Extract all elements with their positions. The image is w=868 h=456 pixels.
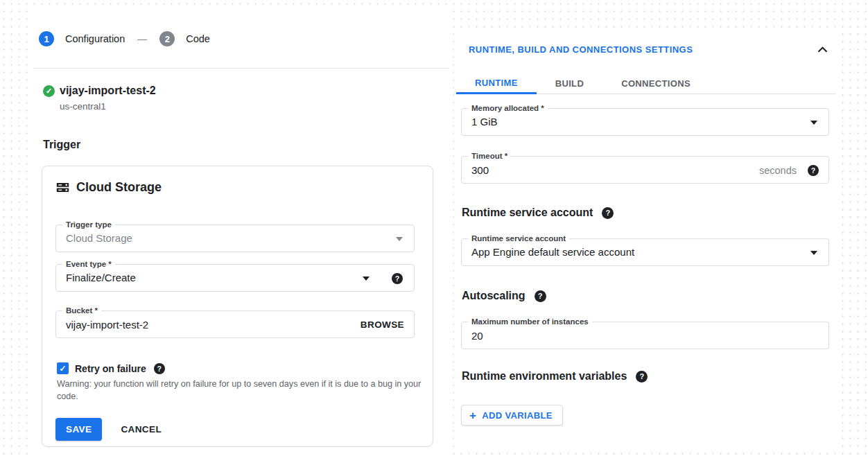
step-2-label[interactable]: Code — [186, 33, 210, 44]
timeout-unit: seconds — [759, 157, 797, 184]
env-vars-help-icon[interactable]: ? — [636, 371, 648, 383]
autoscaling-heading-row: Autoscaling ? — [462, 290, 546, 302]
cloud-storage-icon — [55, 180, 70, 195]
step-separator: — — [137, 33, 147, 44]
service-account-heading-row: Runtime service account ? — [462, 207, 614, 219]
function-region: us-central1 — [60, 101, 106, 112]
service-account-select[interactable]: Runtime service account App Engine defau… — [461, 238, 829, 266]
max-instances-field: Maximum number of instances — [461, 322, 829, 349]
autoscaling-heading: Autoscaling — [462, 290, 526, 302]
tab-connections[interactable]: CONNECTIONS — [602, 73, 709, 94]
autoscaling-help-icon[interactable]: ? — [535, 290, 546, 302]
retry-checkbox[interactable]: ✓ — [57, 362, 69, 374]
add-variable-button[interactable]: + ADD VARIABLE — [461, 405, 563, 426]
bucket-label: Bucket * — [62, 306, 101, 316]
event-type-label: Event type * — [62, 259, 115, 270]
page: { "stepper": { "step1": { "number": "1",… — [0, 0, 868, 456]
timeout-field: Timeout * seconds ? — [461, 156, 829, 184]
tab-runtime[interactable]: RUNTIME — [456, 73, 537, 94]
timeout-label: Timeout * — [468, 151, 511, 161]
step-1-label[interactable]: Configuration — [65, 33, 125, 44]
function-name: vijay-import-test-2 — [60, 85, 156, 97]
bucket-field: Bucket * BROWSE — [55, 310, 415, 338]
settings-tabs: RUNTIME BUILD CONNECTIONS — [456, 73, 709, 94]
dropdown-arrow-icon — [810, 121, 817, 125]
retry-label: Retry on failure — [75, 363, 146, 374]
settings-expander-header[interactable]: RUNTIME, BUILD AND CONNECTIONS SETTINGS — [469, 44, 828, 55]
dropdown-arrow-icon — [363, 277, 370, 281]
trigger-type-select: Trigger type Cloud Storage — [55, 225, 415, 252]
step-2-badge[interactable]: 2 — [159, 31, 175, 46]
env-vars-heading: Runtime environment variables — [462, 370, 627, 383]
step-1-badge[interactable]: 1 — [39, 31, 54, 46]
save-button[interactable]: SAVE — [55, 418, 102, 441]
trigger-card: Cloud Storage Trigger type Cloud Storage… — [42, 166, 433, 447]
service-account-label: Runtime service account — [468, 234, 569, 244]
configuration-panel: 1 Configuration — 2 Code ✓ vijay-import-… — [28, 8, 449, 456]
timeout-help-icon[interactable]: ? — [808, 165, 819, 176]
tab-build[interactable]: BUILD — [537, 73, 602, 94]
event-type-select[interactable]: Event type * Finalize/Create ? — [55, 264, 415, 292]
add-variable-label: ADD VARIABLE — [482, 410, 552, 421]
retry-warning-text: Warning: your function will retry on fai… — [57, 378, 422, 403]
service-account-help-icon[interactable]: ? — [602, 207, 614, 219]
memory-allocated-label: Memory allocated * — [468, 103, 548, 114]
dropdown-arrow-icon — [810, 251, 817, 255]
memory-allocated-select[interactable]: Memory allocated * 1 GiB — [461, 108, 829, 136]
success-check-icon: ✓ — [43, 85, 55, 97]
stepper: 1 Configuration — 2 Code — [39, 31, 223, 46]
browse-button[interactable]: BROWSE — [361, 311, 404, 339]
settings-expander-label: RUNTIME, BUILD AND CONNECTIONS SETTINGS — [469, 44, 693, 55]
retry-row: ✓ Retry on failure ? — [57, 362, 165, 374]
cancel-button[interactable]: CANCEL — [121, 424, 162, 435]
plus-icon: + — [469, 410, 476, 421]
trigger-card-actions: SAVE CANCEL — [55, 418, 162, 441]
runtime-settings-panel: RUNTIME, BUILD AND CONNECTIONS SETTINGS … — [454, 33, 836, 447]
retry-help-icon[interactable]: ? — [154, 363, 165, 374]
event-type-help-icon[interactable]: ? — [392, 273, 403, 284]
env-vars-heading-row: Runtime environment variables ? — [462, 370, 648, 383]
trigger-card-header: Cloud Storage — [55, 180, 162, 195]
service-account-heading: Runtime service account — [462, 207, 593, 219]
max-instances-label: Maximum number of instances — [468, 317, 592, 327]
trigger-section-title: Trigger — [43, 139, 80, 151]
stepper-divider — [33, 68, 449, 69]
trigger-type-label: Trigger type — [62, 220, 115, 230]
trigger-card-title: Cloud Storage — [76, 180, 162, 195]
dropdown-arrow-icon — [396, 237, 403, 241]
chevron-up-icon[interactable] — [817, 46, 828, 53]
function-status-row: ✓ vijay-import-test-2 — [43, 85, 156, 97]
